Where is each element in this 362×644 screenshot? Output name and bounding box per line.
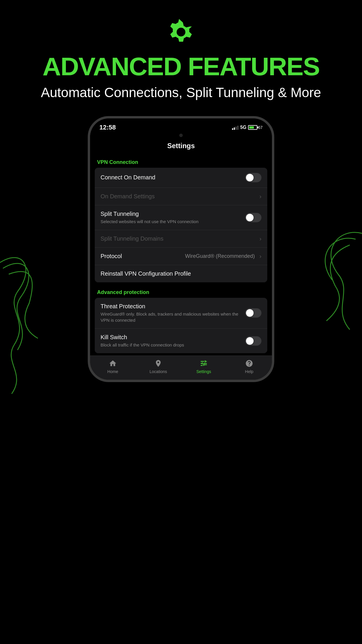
page-subtitle: Automatic Connections, Split Tunneling &…	[0, 84, 362, 102]
nav-item-home[interactable]: Home	[90, 359, 136, 374]
split-tunneling-toggle[interactable]	[245, 213, 261, 222]
home-icon	[109, 359, 117, 368]
split-tunneling-domains-title: Split Tunneling Domains	[101, 235, 257, 242]
split-tunneling-row[interactable]: Split Tunneling Selected websites will n…	[95, 205, 267, 230]
settings-icon	[200, 359, 208, 368]
page-title: ADVANCED FEATURES	[0, 54, 362, 79]
threat-protection-title: Threat Protection	[101, 303, 245, 310]
vpn-connection-section-label: VPN Connection	[90, 155, 272, 168]
camera-area	[90, 134, 272, 138]
screen-title-text: Settings	[167, 142, 195, 150]
phone-mockup-container: 12:58 5G 67	[0, 116, 362, 382]
on-demand-settings-right: ›	[257, 193, 261, 200]
protocol-row[interactable]: Protocol WireGuard® (Recommended) ›	[95, 248, 267, 265]
status-bar: 12:58 5G 67	[90, 118, 272, 134]
battery-level: 67	[258, 125, 263, 130]
split-tunneling-domains-left: Split Tunneling Domains	[101, 235, 257, 242]
kill-switch-left: Kill Switch Block all traffic if the VPN…	[101, 334, 245, 348]
network-type: 5G	[240, 125, 246, 130]
header-area: ADVANCED FEATURES Automatic Connections,…	[0, 0, 362, 102]
connect-on-demand-left: Connect On Demand	[101, 174, 245, 181]
protocol-right: WireGuard® (Recommended) ›	[185, 253, 261, 260]
threat-protection-left: Threat Protection WireGuard® only. Block…	[101, 303, 245, 323]
reinstall-vpn-title: Reinstall VPN Configuration Profile	[101, 270, 261, 277]
on-demand-settings-title: On Demand Settings	[101, 193, 257, 200]
protocol-title: Protocol	[101, 253, 185, 260]
battery-icon: 67	[248, 125, 263, 130]
settings-content: VPN Connection Connect On Demand	[90, 155, 272, 353]
nav-item-locations[interactable]: Locations	[136, 359, 181, 374]
locations-icon	[154, 359, 162, 368]
protocol-left: Protocol	[101, 253, 185, 260]
on-demand-settings-row[interactable]: On Demand Settings ›	[95, 188, 267, 205]
connect-on-demand-toggle[interactable]	[245, 173, 261, 182]
chevron-right-icon: ›	[259, 193, 261, 200]
advanced-protection-group: Threat Protection WireGuard® only. Block…	[95, 298, 267, 353]
phone-screen: 12:58 5G 67	[90, 118, 272, 380]
kill-switch-toggle[interactable]	[245, 336, 261, 346]
threat-protection-row[interactable]: Threat Protection WireGuard® only. Block…	[95, 298, 267, 329]
chevron-right-icon: ›	[259, 235, 261, 242]
connect-on-demand-title: Connect On Demand	[101, 174, 245, 181]
status-icons: 5G 67	[232, 125, 263, 130]
nav-item-settings-label: Settings	[196, 369, 211, 374]
kill-switch-row[interactable]: Kill Switch Block all traffic if the VPN…	[95, 329, 267, 353]
split-tunneling-domains-right: ›	[257, 235, 261, 242]
split-tunneling-title: Split Tunneling	[101, 211, 245, 217]
split-tunneling-subtitle: Selected websites will not use the VPN c…	[101, 218, 245, 225]
on-demand-settings-left: On Demand Settings	[101, 193, 257, 200]
nav-item-settings[interactable]: Settings	[181, 359, 226, 374]
help-icon	[245, 359, 253, 368]
vpn-connection-group: Connect On Demand On Demand Settings ›	[95, 168, 267, 282]
reinstall-vpn-left: Reinstall VPN Configuration Profile	[101, 270, 261, 277]
screen-nav-title: Settings	[90, 138, 272, 155]
protocol-value: WireGuard® (Recommended)	[185, 253, 255, 259]
gear-icon	[166, 18, 196, 47]
advanced-protection-section-label: Advanced protection	[90, 285, 272, 298]
threat-protection-toggle[interactable]	[245, 308, 261, 318]
status-time: 12:58	[99, 124, 116, 131]
kill-switch-title: Kill Switch	[101, 334, 245, 341]
phone-mockup: 12:58 5G 67	[88, 116, 274, 382]
kill-switch-subtitle: Block all traffic if the VPN connection …	[101, 342, 245, 348]
connect-on-demand-row[interactable]: Connect On Demand	[95, 168, 267, 188]
camera-dot	[179, 134, 183, 137]
bottom-navigation: Home Locations	[90, 356, 272, 380]
signal-icon	[232, 125, 238, 130]
split-tunneling-left: Split Tunneling Selected websites will n…	[101, 211, 245, 225]
chevron-right-icon: ›	[259, 253, 261, 260]
nav-item-locations-label: Locations	[150, 369, 167, 374]
nav-item-help-label: Help	[245, 369, 254, 374]
threat-protection-subtitle: WireGuard® only. Block ads, trackers and…	[101, 311, 245, 323]
gear-icon-wrapper	[0, 18, 362, 48]
split-tunneling-domains-row[interactable]: Split Tunneling Domains ›	[95, 230, 267, 248]
nav-item-home-label: Home	[107, 369, 118, 374]
nav-item-help[interactable]: Help	[226, 359, 272, 374]
reinstall-vpn-row[interactable]: Reinstall VPN Configuration Profile	[95, 265, 267, 282]
